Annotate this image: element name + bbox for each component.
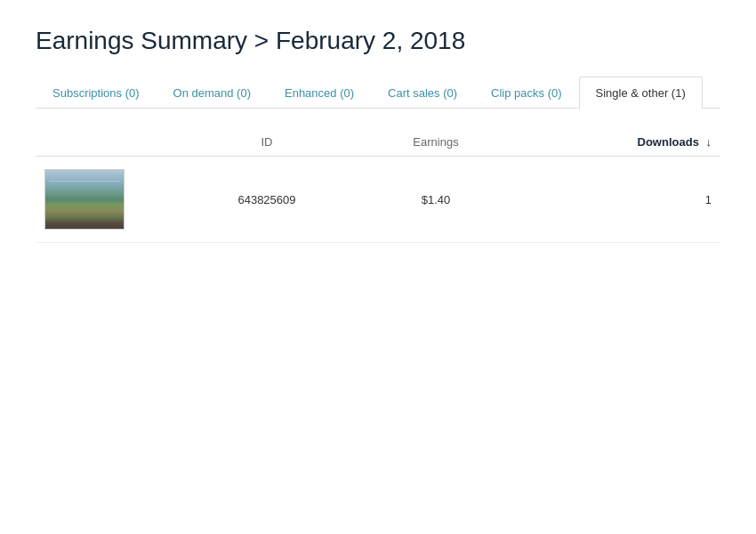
tabs-container: Subscriptions (0) On demand (0) Enhanced… [36, 77, 720, 109]
image-thumbnail[interactable] [44, 169, 125, 230]
col-downloads-header[interactable]: Downloads ↓ [516, 135, 720, 149]
table-header: ID Earnings Downloads ↓ [36, 135, 720, 157]
cell-downloads: 1 [516, 193, 720, 206]
tab-cart-sales[interactable]: Cart sales (0) [371, 77, 474, 109]
table-area: ID Earnings Downloads ↓ 643825609 $1.40 … [36, 135, 720, 243]
col-earnings-header: Earnings [356, 135, 516, 149]
tab-subscriptions[interactable]: Subscriptions (0) [36, 77, 157, 109]
thumbnail-cell [36, 169, 178, 230]
tab-enhanced[interactable]: Enhanced (0) [268, 77, 371, 109]
sort-downloads-arrow[interactable]: ↓ [706, 135, 712, 149]
cell-earnings: $1.40 [356, 193, 516, 206]
page-title: Earnings Summary > February 2, 2018 [36, 27, 720, 55]
aerial-image [45, 170, 124, 229]
tab-single-other[interactable]: Single & other (1) [579, 77, 703, 109]
tab-on-demand[interactable]: On demand (0) [157, 77, 268, 109]
cell-id: 643825609 [178, 193, 356, 206]
page-container: Earnings Summary > February 2, 2018 Subs… [0, 0, 756, 270]
tab-clip-packs[interactable]: Clip packs (0) [474, 77, 578, 109]
table-row: 643825609 $1.40 1 [36, 157, 720, 243]
col-id-header: ID [178, 135, 356, 149]
